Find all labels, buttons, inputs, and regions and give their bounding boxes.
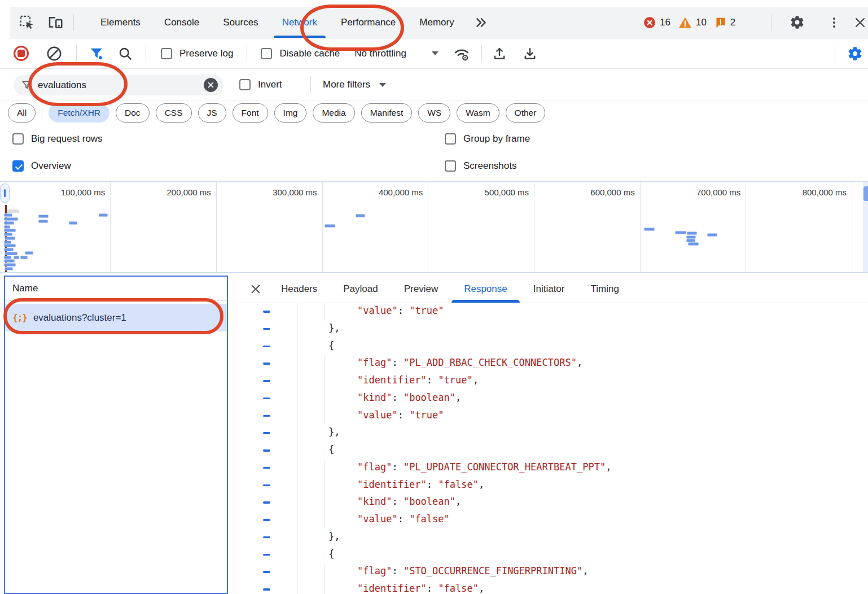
invert-checkbox-box[interactable] xyxy=(239,79,251,90)
screenshots-checkbox[interactable]: Screenshots xyxy=(445,160,517,172)
tab-elements[interactable]: Elements xyxy=(89,7,152,38)
export-har-icon[interactable] xyxy=(519,43,541,64)
type-filter-font[interactable]: Font xyxy=(233,103,268,123)
overview-request-bar xyxy=(4,244,16,247)
big-request-rows-checkbox[interactable]: Big request rows xyxy=(12,133,103,145)
overview-right-drag-handle[interactable] xyxy=(863,186,868,201)
detail-tab-preview[interactable]: Preview xyxy=(404,276,438,303)
issues-badge[interactable]: 2 xyxy=(714,16,735,28)
tab-network[interactable]: Network xyxy=(270,7,329,38)
code-text: "kind": "boolean", xyxy=(357,392,461,403)
fold-marker-icon[interactable] xyxy=(263,415,270,417)
type-filter-wasm[interactable]: Wasm xyxy=(457,103,499,123)
filter-input-container[interactable] xyxy=(14,75,223,95)
big-request-rows-checkbox-box[interactable] xyxy=(12,133,24,145)
preserve-log-checkbox[interactable]: Preserve log xyxy=(161,48,233,59)
json-string-token: "identifier" xyxy=(357,374,427,386)
detail-tab-response[interactable]: Response xyxy=(464,276,507,303)
type-filter-js[interactable]: JS xyxy=(198,103,226,123)
fold-marker-icon[interactable] xyxy=(263,467,270,469)
divider xyxy=(42,104,42,122)
detail-tab-payload[interactable]: Payload xyxy=(343,276,378,303)
clear-network-log-icon[interactable] xyxy=(45,44,64,63)
json-string-token: "value" xyxy=(357,513,398,525)
tab-performance[interactable]: Performance xyxy=(329,7,407,38)
request-row[interactable]: {;}evaluations?cluster=1 xyxy=(5,304,227,331)
fold-marker-icon[interactable] xyxy=(263,432,270,434)
name-column-header[interactable]: Name xyxy=(5,277,227,301)
overview-section: 600,000 ms xyxy=(534,182,641,272)
invert-checkbox[interactable]: Invert xyxy=(239,79,282,90)
clear-filter-icon[interactable] xyxy=(204,78,218,92)
fold-marker-icon[interactable] xyxy=(263,311,270,313)
fold-marker-icon[interactable] xyxy=(263,398,270,400)
response-body-viewer[interactable]: "value": "true"},{"flag": "PL_ADD_RBAC_C… xyxy=(231,303,868,594)
network-overview-timeline[interactable]: 100,000 ms200,000 ms300,000 ms400,000 ms… xyxy=(0,181,868,273)
fold-marker-icon[interactable] xyxy=(263,484,270,487)
code-text: "flag": "STO_OCCURRENCE_FINGERPRINTING", xyxy=(357,565,588,576)
error-badge[interactable]: 16 xyxy=(643,16,670,29)
type-filter-manifest[interactable]: Manifest xyxy=(361,103,413,123)
filter-input[interactable] xyxy=(38,80,204,91)
kebab-menu-icon[interactable] xyxy=(822,10,847,35)
import-har-icon[interactable] xyxy=(489,43,510,64)
device-toolbar-icon[interactable] xyxy=(43,10,68,35)
fold-marker-icon[interactable] xyxy=(263,449,270,452)
fold-marker-icon[interactable] xyxy=(263,588,270,591)
type-filter-css[interactable]: CSS xyxy=(156,103,192,123)
fold-marker-icon[interactable] xyxy=(263,554,270,556)
network-settings-gear-icon[interactable] xyxy=(844,43,866,64)
type-filter-all[interactable]: All xyxy=(8,103,36,123)
type-filter-other[interactable]: Other xyxy=(506,103,546,123)
close-detail-icon[interactable] xyxy=(244,278,267,300)
fold-marker-icon[interactable] xyxy=(263,571,270,573)
type-filter-doc[interactable]: Doc xyxy=(116,103,150,123)
filter-icon[interactable] xyxy=(87,43,107,64)
warning-badge[interactable]: 10 xyxy=(678,16,707,29)
settings-gear-icon[interactable] xyxy=(784,10,809,35)
fold-marker-icon[interactable] xyxy=(263,501,270,504)
json-string-token: "identifier" xyxy=(357,479,427,490)
more-filters-button[interactable]: More filters xyxy=(323,79,386,90)
type-filter-ws[interactable]: WS xyxy=(418,103,450,123)
type-filter-media[interactable]: Media xyxy=(313,103,354,123)
overview-section: 800,000 ms xyxy=(746,182,852,272)
detail-tab-timing[interactable]: Timing xyxy=(590,276,619,303)
overview-checkbox-box[interactable] xyxy=(12,160,24,172)
fold-marker-icon[interactable] xyxy=(263,380,270,382)
disable-cache-checkbox[interactable]: Disable cache xyxy=(261,48,340,59)
fold-marker-icon[interactable] xyxy=(263,328,270,330)
response-code-line: "kind": "boolean", xyxy=(231,494,868,512)
network-conditions-icon[interactable] xyxy=(451,43,472,64)
overview-section: 700,000 ms xyxy=(641,182,747,272)
tab-console[interactable]: Console xyxy=(152,7,211,38)
inspect-element-icon[interactable] xyxy=(15,10,40,35)
overview-request-bar xyxy=(707,233,717,237)
record-network-log-button[interactable] xyxy=(14,46,29,61)
fold-marker-icon[interactable] xyxy=(263,346,270,348)
close-devtools-icon[interactable] xyxy=(848,10,868,35)
type-filter-img[interactable]: Img xyxy=(274,103,307,123)
overview-left-drag-handle[interactable] xyxy=(0,184,10,203)
type-filter-fetch-xhr[interactable]: Fetch/XHR xyxy=(49,103,109,123)
group-by-frame-checkbox-box[interactable] xyxy=(445,133,456,145)
preserve-log-checkbox-box[interactable] xyxy=(161,48,172,59)
detail-tab-initiator[interactable]: Initiator xyxy=(533,276,565,303)
group-by-frame-checkbox[interactable]: Group by frame xyxy=(445,133,530,145)
detail-tab-headers[interactable]: Headers xyxy=(281,276,317,303)
fold-marker-icon[interactable] xyxy=(263,536,270,539)
json-punctuation-token: , xyxy=(455,392,461,403)
throttling-select[interactable]: No throttling xyxy=(354,48,439,59)
disable-cache-checkbox-box[interactable] xyxy=(261,48,272,59)
search-icon[interactable] xyxy=(115,43,135,64)
fold-marker-icon[interactable] xyxy=(263,362,270,365)
tab-sources[interactable]: Sources xyxy=(211,7,270,38)
tab-memory[interactable]: Memory xyxy=(407,7,466,38)
fold-marker-icon[interactable] xyxy=(263,519,270,521)
overview-checkbox[interactable]: Overview xyxy=(12,160,71,172)
screenshots-checkbox-box[interactable] xyxy=(445,160,456,172)
divider xyxy=(771,14,771,31)
more-tabs-icon[interactable] xyxy=(468,10,493,35)
group-by-frame-label: Group by frame xyxy=(463,133,530,145)
warning-icon xyxy=(678,16,692,29)
